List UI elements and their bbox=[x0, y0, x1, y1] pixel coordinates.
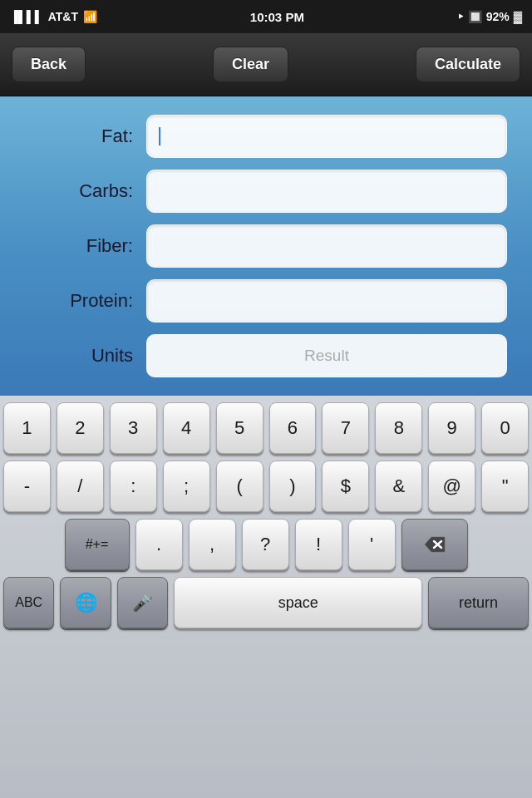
key-0[interactable]: 0 bbox=[481, 402, 529, 454]
key-minus[interactable]: - bbox=[3, 461, 51, 512]
delete-icon bbox=[423, 535, 446, 554]
keyboard-row-4: ABC 🌐 🎤 space return bbox=[3, 577, 529, 628]
key-exclaim[interactable]: ! bbox=[295, 519, 342, 570]
key-ampersand[interactable]: & bbox=[375, 461, 422, 512]
key-5[interactable]: 5 bbox=[216, 402, 264, 454]
key-slash[interactable]: / bbox=[57, 461, 104, 512]
keyboard-row-2: - / : ; ( ) $ & @ " bbox=[3, 461, 529, 512]
battery-icon: ▓ bbox=[514, 10, 522, 23]
main-content: Fat: Carbs: Fiber: Protein: Units Result bbox=[0, 96, 532, 396]
keyboard-row-1: 1 2 3 4 5 6 7 8 9 0 bbox=[3, 402, 529, 454]
key-open-paren[interactable]: ( bbox=[216, 461, 264, 512]
fat-input[interactable] bbox=[146, 115, 507, 158]
nav-bar: Back Clear Calculate bbox=[0, 33, 532, 96]
units-label: Units bbox=[25, 345, 133, 367]
protein-input[interactable] bbox=[146, 279, 507, 323]
key-4[interactable]: 4 bbox=[163, 402, 210, 454]
key-abc[interactable]: ABC bbox=[3, 577, 54, 628]
key-semicolon[interactable]: ; bbox=[163, 461, 210, 512]
keyboard: 1 2 3 4 5 6 7 8 9 0 - / : ; ( ) $ & @ " … bbox=[0, 396, 532, 798]
fiber-row: Fiber: bbox=[25, 224, 507, 268]
key-2[interactable]: 2 bbox=[57, 402, 104, 454]
key-apostrophe[interactable]: ' bbox=[348, 519, 396, 570]
key-return[interactable]: return bbox=[428, 577, 529, 628]
location-icon: ‣ bbox=[457, 10, 464, 23]
key-comma[interactable]: , bbox=[189, 519, 236, 570]
key-9[interactable]: 9 bbox=[428, 402, 475, 454]
signal-icon: ▐▌▌▌ bbox=[10, 10, 43, 23]
status-right: ‣ 🔲 92% ▓ bbox=[457, 10, 522, 23]
delete-key[interactable] bbox=[401, 519, 468, 570]
carbs-input[interactable] bbox=[146, 170, 507, 213]
status-bar: ▐▌▌▌ AT&T 📶 10:03 PM ‣ 🔲 92% ▓ bbox=[0, 0, 532, 33]
back-button[interactable]: Back bbox=[12, 47, 86, 82]
battery-label: 92% bbox=[486, 10, 510, 23]
result-field: Result bbox=[146, 334, 507, 377]
key-quote[interactable]: " bbox=[481, 461, 529, 512]
key-colon[interactable]: : bbox=[110, 461, 157, 512]
wifi-icon: 📶 bbox=[83, 10, 97, 23]
fat-label: Fat: bbox=[25, 126, 133, 147]
key-at[interactable]: @ bbox=[428, 461, 475, 512]
clear-button[interactable]: Clear bbox=[213, 47, 288, 82]
carrier-label: AT&T bbox=[48, 10, 78, 23]
key-8[interactable]: 8 bbox=[375, 402, 422, 454]
key-7[interactable]: 7 bbox=[322, 402, 369, 454]
key-period[interactable]: . bbox=[135, 519, 183, 570]
units-row: Units Result bbox=[25, 334, 507, 377]
key-1[interactable]: 1 bbox=[3, 402, 51, 454]
calculate-button[interactable]: Calculate bbox=[416, 47, 520, 82]
key-close-paren[interactable]: ) bbox=[269, 461, 317, 512]
fiber-label: Fiber: bbox=[25, 235, 133, 257]
status-time: 10:03 PM bbox=[250, 10, 304, 24]
key-6[interactable]: 6 bbox=[269, 402, 317, 454]
fat-row: Fat: bbox=[25, 115, 507, 158]
bluetooth-icon: 🔲 bbox=[468, 10, 482, 23]
result-placeholder: Result bbox=[304, 347, 349, 365]
key-dollar[interactable]: $ bbox=[322, 461, 369, 512]
protein-row: Protein: bbox=[25, 279, 507, 323]
carbs-row: Carbs: bbox=[25, 170, 507, 213]
key-3[interactable]: 3 bbox=[110, 402, 157, 454]
carbs-label: Carbs: bbox=[25, 180, 133, 202]
status-left: ▐▌▌▌ AT&T 📶 bbox=[10, 10, 97, 23]
fiber-input[interactable] bbox=[146, 224, 507, 268]
protein-label: Protein: bbox=[25, 290, 133, 312]
key-question[interactable]: ? bbox=[242, 519, 289, 570]
svg-marker-0 bbox=[425, 537, 445, 552]
text-cursor bbox=[159, 127, 160, 145]
key-symbols[interactable]: #+= bbox=[65, 519, 130, 570]
key-mic[interactable]: 🎤 bbox=[117, 577, 168, 628]
key-space[interactable]: space bbox=[174, 577, 422, 628]
key-globe[interactable]: 🌐 bbox=[60, 577, 111, 628]
keyboard-row-3: #+= . , ? ! ' bbox=[3, 519, 529, 570]
